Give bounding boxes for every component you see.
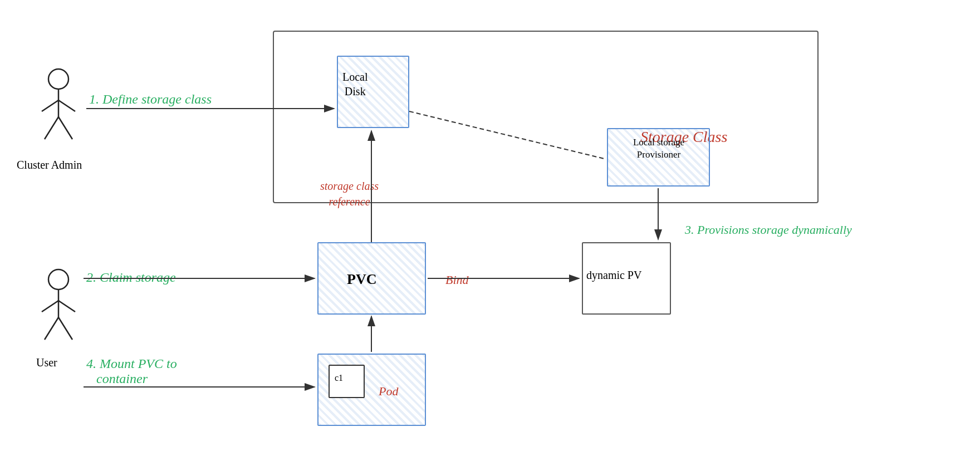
step4-text: 4. Mount PVC to container	[86, 356, 177, 386]
bind-label: Bind	[445, 273, 469, 287]
svg-line-2	[42, 100, 58, 111]
cluster-admin-label: Cluster Admin	[17, 159, 82, 171]
svg-line-3	[58, 100, 75, 111]
user-figure	[36, 267, 81, 345]
storage-class-reference-text: storage classreference	[320, 178, 379, 209]
svg-point-6	[48, 269, 68, 290]
diagram-container: Storage Class Local Disk Local storage P…	[0, 0, 980, 461]
container-inner-box	[329, 365, 365, 398]
container-label: c1	[335, 373, 343, 383]
pvc-label: PVC	[347, 271, 376, 288]
svg-point-0	[48, 69, 68, 89]
local-disk-box	[337, 56, 409, 128]
step1-text: 1. Define storage class	[89, 92, 212, 107]
svg-line-5	[58, 117, 72, 139]
svg-line-8	[42, 301, 58, 312]
dynamic-pv-label: dynamic PV	[586, 267, 641, 283]
svg-line-9	[58, 301, 75, 312]
step3-text: 3. Provisions storage dynamically	[685, 223, 852, 237]
svg-line-10	[45, 317, 58, 340]
provisioner-label: Local storage Provisioner	[609, 136, 709, 161]
cluster-admin-figure	[36, 67, 81, 145]
svg-line-11	[58, 317, 72, 340]
user-label: User	[36, 356, 57, 369]
step2-text: 2. Claim storage	[86, 270, 176, 285]
svg-line-4	[45, 117, 58, 139]
pod-label: Pod	[379, 384, 398, 399]
